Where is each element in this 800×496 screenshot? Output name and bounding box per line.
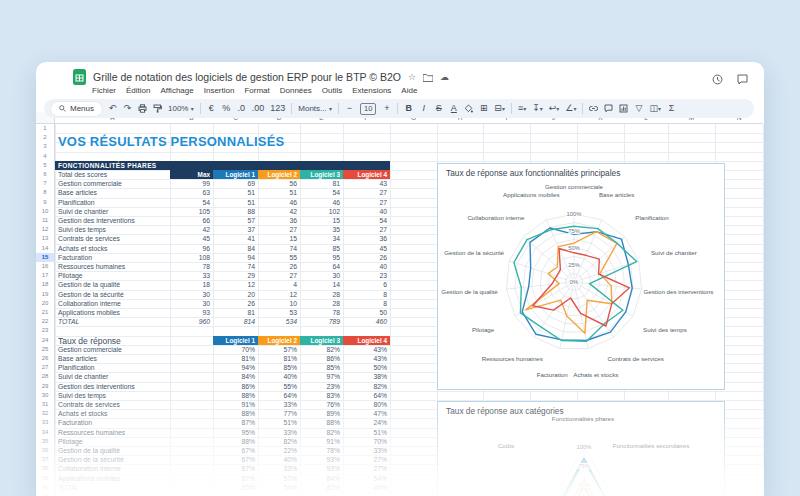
text-rotation-button[interactable]: ∠▾ bbox=[565, 104, 576, 113]
row-header-19[interactable]: 19 bbox=[36, 290, 55, 299]
score-row-label[interactable]: Achats et stocks bbox=[55, 244, 170, 253]
taux-value[interactable]: 47% bbox=[343, 409, 390, 418]
score-value[interactable]: 54 bbox=[343, 216, 390, 225]
taux-value[interactable]: 27% bbox=[343, 464, 390, 473]
score-row-label[interactable]: Suivi des temps bbox=[55, 225, 170, 234]
score-value[interactable]: 84 bbox=[213, 244, 258, 253]
taux-value[interactable]: 57% bbox=[258, 474, 300, 483]
taux-value[interactable]: 57% bbox=[258, 345, 300, 354]
row-header-6[interactable]: 6 bbox=[36, 170, 55, 179]
score-row-label[interactable]: Planification bbox=[55, 198, 170, 207]
functions-button[interactable]: Σ bbox=[667, 104, 676, 113]
score-value[interactable]: 8 bbox=[343, 290, 390, 299]
score-value[interactable]: 96 bbox=[170, 244, 213, 253]
decrease-decimals-button[interactable]: .0 bbox=[237, 104, 246, 113]
taux-row-label[interactable]: Planification bbox=[55, 363, 170, 372]
taux-value[interactable]: 51% bbox=[258, 418, 300, 427]
score-value[interactable]: 26 bbox=[343, 253, 390, 262]
menu-aide[interactable]: Aide bbox=[401, 86, 417, 95]
taux-row-label[interactable]: Collaboration interne bbox=[55, 464, 170, 473]
taux-value[interactable]: 84% bbox=[300, 474, 343, 483]
taux-value[interactable]: 33% bbox=[258, 464, 300, 473]
score-row-label[interactable]: Collaboration interne bbox=[55, 299, 170, 308]
zoom-select[interactable]: 100% ▾ bbox=[168, 104, 194, 113]
taux-value[interactable]: 84% bbox=[213, 372, 258, 381]
font-size-input[interactable]: 10 bbox=[360, 103, 376, 115]
score-value[interactable]: 74 bbox=[213, 262, 258, 271]
score-total-value[interactable]: 534 bbox=[258, 317, 300, 326]
header-taux-de-reponse[interactable]: Taux de réponse bbox=[55, 336, 170, 345]
score-value[interactable]: 4 bbox=[258, 280, 300, 289]
taux-value[interactable]: 33% bbox=[258, 400, 300, 409]
taux-value[interactable]: 64% bbox=[258, 391, 300, 400]
row-header-38[interactable]: 38 bbox=[36, 464, 55, 473]
create-filter-button[interactable]: ▽ bbox=[634, 104, 643, 113]
menu-extensions[interactable]: Extensions bbox=[352, 86, 391, 95]
score-value[interactable]: 35 bbox=[300, 225, 343, 234]
header-logiciel-2[interactable]: Logiciel 2 bbox=[258, 170, 300, 179]
text-color-button[interactable]: A bbox=[449, 104, 458, 113]
more-formats-button[interactable]: 123 bbox=[270, 104, 285, 113]
taux-total-label[interactable]: TOTAL bbox=[55, 483, 170, 492]
taux-value[interactable]: 70% bbox=[213, 345, 258, 354]
taux-value[interactable]: 83% bbox=[300, 391, 343, 400]
row-header-5[interactable]: 5 bbox=[36, 161, 55, 170]
row-header-30[interactable]: 30 bbox=[36, 391, 55, 400]
row-header-28[interactable]: 28 bbox=[36, 372, 55, 381]
header-logiciel-1[interactable]: Logiciel 1 bbox=[213, 336, 258, 345]
score-value[interactable]: 45 bbox=[343, 244, 390, 253]
score-value[interactable]: 78 bbox=[170, 262, 213, 271]
row-header-26[interactable]: 26 bbox=[36, 354, 55, 363]
taux-value[interactable]: 81% bbox=[213, 354, 258, 363]
row-header-18[interactable]: 18 bbox=[36, 280, 55, 289]
score-value[interactable]: 108 bbox=[170, 253, 213, 262]
score-value[interactable]: 23 bbox=[343, 271, 390, 280]
taux-value[interactable]: 80% bbox=[343, 400, 390, 409]
header-logiciel-4[interactable]: Logiciel 4 bbox=[343, 336, 390, 345]
print-button[interactable] bbox=[138, 104, 147, 113]
taux-value[interactable]: 33% bbox=[343, 446, 390, 455]
taux-row-label[interactable]: Ressources humaines bbox=[55, 428, 170, 437]
taux-value[interactable]: 87% bbox=[213, 464, 258, 473]
taux-value[interactable]: 38% bbox=[343, 372, 390, 381]
radar-chart-categories[interactable]: Taux de réponse aux catégories 0%25%50%7… bbox=[437, 401, 725, 496]
score-value[interactable]: 63 bbox=[170, 188, 213, 197]
merge-cells-button[interactable]: ⊟▾ bbox=[494, 104, 505, 113]
bold-button[interactable]: B bbox=[404, 104, 413, 113]
score-value[interactable]: 15 bbox=[258, 234, 300, 243]
score-row-label[interactable]: Facturation bbox=[55, 253, 170, 262]
score-value[interactable]: 88 bbox=[213, 207, 258, 216]
taux-value[interactable]: 40% bbox=[258, 455, 300, 464]
score-value[interactable]: 40 bbox=[343, 262, 390, 271]
score-value[interactable]: 95 bbox=[300, 253, 343, 262]
row-header-35[interactable]: 35 bbox=[36, 437, 55, 446]
cloud-status-icon[interactable]: ☁ bbox=[440, 73, 449, 82]
score-value[interactable]: 18 bbox=[170, 280, 213, 289]
score-row-label[interactable]: Ressources humaines bbox=[55, 262, 170, 271]
taux-value[interactable]: 86% bbox=[300, 354, 343, 363]
taux-value[interactable]: 87% bbox=[213, 418, 258, 427]
taux-row-label[interactable]: Base articles bbox=[55, 354, 170, 363]
score-value[interactable]: 56 bbox=[258, 179, 300, 188]
fill-color-button[interactable] bbox=[464, 104, 473, 113]
score-row-label[interactable]: Gestion des interventions bbox=[55, 216, 170, 225]
score-row-label[interactable]: Suivi de chantier bbox=[55, 207, 170, 216]
row-header-17[interactable]: 17 bbox=[36, 271, 55, 280]
score-value[interactable]: 26 bbox=[258, 262, 300, 271]
row-header-25[interactable]: 25 bbox=[36, 345, 55, 354]
version-history-icon[interactable] bbox=[712, 74, 723, 85]
row-header-37[interactable]: 37 bbox=[36, 455, 55, 464]
header-logiciel-2[interactable]: Logiciel 2 bbox=[258, 336, 300, 345]
insert-chart-button[interactable] bbox=[619, 104, 628, 113]
font-select[interactable]: Monts... ▾ bbox=[298, 104, 332, 113]
table-views-button[interactable]: ◫▾ bbox=[649, 104, 661, 113]
row-header-1[interactable]: 1 bbox=[36, 124, 55, 133]
score-total-value[interactable]: 460 bbox=[343, 317, 390, 326]
document-title[interactable]: Grille de notation des logiciels de gest… bbox=[93, 71, 401, 83]
score-total-value[interactable]: 789 bbox=[300, 317, 343, 326]
taux-value[interactable]: 93% bbox=[300, 464, 343, 473]
taux-value[interactable]: 51% bbox=[343, 428, 390, 437]
taux-value[interactable]: 22% bbox=[258, 446, 300, 455]
row-header-8[interactable]: 8 bbox=[36, 188, 55, 197]
taux-value[interactable]: 88% bbox=[213, 437, 258, 446]
